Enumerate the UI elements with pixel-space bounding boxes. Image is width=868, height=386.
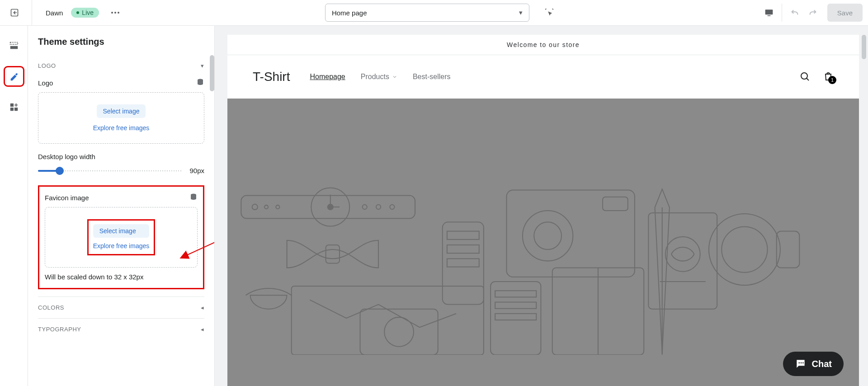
hero-image bbox=[227, 99, 859, 386]
chat-icon bbox=[795, 358, 807, 370]
chat-widget-button[interactable]: Chat bbox=[783, 352, 844, 376]
svg-point-11 bbox=[801, 73, 807, 79]
favicon-field-label: Favicon image bbox=[45, 190, 198, 207]
nav-homepage-link[interactable]: Homepage bbox=[310, 73, 345, 81]
svg-rect-2 bbox=[767, 15, 770, 16]
left-rail bbox=[0, 26, 28, 386]
rail-apps-button[interactable] bbox=[5, 98, 23, 116]
svg-rect-1 bbox=[765, 9, 773, 14]
topbar-left: Dawn Live bbox=[5, 0, 123, 26]
logo-image-dropzone: Select image Explore free images bbox=[38, 92, 204, 144]
section-typography-header[interactable]: TYPOGRAPHY ◂ bbox=[38, 318, 204, 340]
section-logo-header[interactable]: LOGO ▾ bbox=[38, 56, 204, 75]
annotation-arrow bbox=[173, 198, 214, 270]
store-brand: T-Shirt bbox=[253, 70, 290, 84]
save-button[interactable]: Save bbox=[827, 4, 863, 22]
database-icon[interactable] bbox=[196, 78, 204, 88]
page-selector-value: Home page bbox=[332, 9, 367, 17]
svg-point-50 bbox=[800, 362, 802, 363]
device-preview-button[interactable] bbox=[760, 4, 778, 22]
select-favicon-image-button[interactable]: Select image bbox=[93, 224, 150, 238]
favicon-image-dropzone: Select image Explore free images bbox=[45, 207, 198, 268]
nav-bestsellers-link[interactable]: Best-sellers bbox=[413, 73, 451, 81]
topbar-center: Home page ▾ bbox=[123, 4, 760, 22]
logo-width-slider[interactable] bbox=[38, 170, 182, 171]
rail-sections-button[interactable] bbox=[5, 37, 23, 55]
chevron-down-icon: ▾ bbox=[519, 9, 523, 17]
undo-button[interactable] bbox=[786, 4, 804, 22]
exit-button[interactable] bbox=[5, 4, 24, 22]
cart-icon[interactable]: 1 bbox=[823, 71, 834, 83]
nav-products-link[interactable]: Products bbox=[361, 73, 397, 81]
topbar-right: Save bbox=[760, 4, 863, 22]
slider-label: Desktop logo width bbox=[38, 153, 204, 160]
svg-rect-4 bbox=[10, 46, 18, 49]
store-preview: Welcome to our store T-Shirt Homepage Pr… bbox=[227, 35, 859, 386]
element-picker-button[interactable] bbox=[540, 4, 558, 22]
slider-thumb[interactable] bbox=[56, 167, 64, 175]
section-colors-header[interactable]: COLORS ◂ bbox=[38, 297, 204, 318]
separator bbox=[32, 0, 32, 26]
favicon-hint: Will be scaled down to 32 x 32px bbox=[45, 268, 198, 281]
cart-badge: 1 bbox=[828, 76, 836, 84]
preview-scrollbar[interactable] bbox=[862, 35, 866, 59]
svg-rect-3 bbox=[10, 42, 18, 45]
main-area: Theme settings LOGO ▾ Logo Select image … bbox=[0, 26, 868, 386]
panel-title: Theme settings bbox=[28, 26, 214, 56]
theme-name: Dawn bbox=[46, 9, 63, 17]
store-header: T-Shirt Homepage Products Best-sellers bbox=[227, 55, 859, 99]
preview-area: Welcome to our store T-Shirt Homepage Pr… bbox=[215, 26, 868, 386]
rail-theme-settings-button[interactable] bbox=[5, 67, 23, 85]
chevron-down-icon: ▾ bbox=[201, 62, 204, 69]
svg-point-49 bbox=[798, 362, 800, 363]
store-header-right: 1 bbox=[799, 71, 834, 83]
chevron-left-icon: ◂ bbox=[201, 326, 204, 333]
separator bbox=[782, 4, 782, 22]
settings-panel: Theme settings LOGO ▾ Logo Select image … bbox=[28, 26, 215, 386]
announcement-bar: Welcome to our store bbox=[227, 35, 859, 55]
search-icon[interactable] bbox=[799, 71, 810, 83]
select-logo-image-button[interactable]: Select image bbox=[97, 104, 146, 118]
status-badge: Live bbox=[71, 8, 99, 18]
explore-favicon-images-link[interactable]: Explore free images bbox=[93, 242, 150, 249]
page-selector[interactable]: Home page ▾ bbox=[325, 4, 529, 22]
slider-value: 90px bbox=[189, 167, 204, 174]
svg-rect-12 bbox=[227, 99, 859, 355]
svg-rect-5 bbox=[10, 104, 13, 107]
database-icon[interactable] bbox=[189, 193, 198, 202]
desktop-logo-width-field: Desktop logo width 90px bbox=[38, 144, 204, 184]
logo-field-label: Logo bbox=[38, 75, 204, 92]
chevron-left-icon: ◂ bbox=[201, 304, 204, 311]
store-nav: Homepage Products Best-sellers bbox=[310, 73, 450, 81]
svg-point-51 bbox=[802, 362, 804, 363]
favicon-section-highlight: Favicon image Select image Explore free … bbox=[38, 185, 204, 289]
more-actions-button[interactable] bbox=[107, 5, 123, 21]
chevron-down-icon bbox=[392, 74, 397, 80]
svg-rect-6 bbox=[14, 108, 17, 111]
svg-rect-7 bbox=[10, 108, 13, 111]
explore-logo-images-link[interactable]: Explore free images bbox=[93, 124, 150, 132]
redo-button[interactable] bbox=[804, 4, 822, 22]
inner-highlight: Select image Explore free images bbox=[87, 219, 156, 255]
top-bar: Dawn Live Home page ▾ Save bbox=[0, 0, 868, 26]
